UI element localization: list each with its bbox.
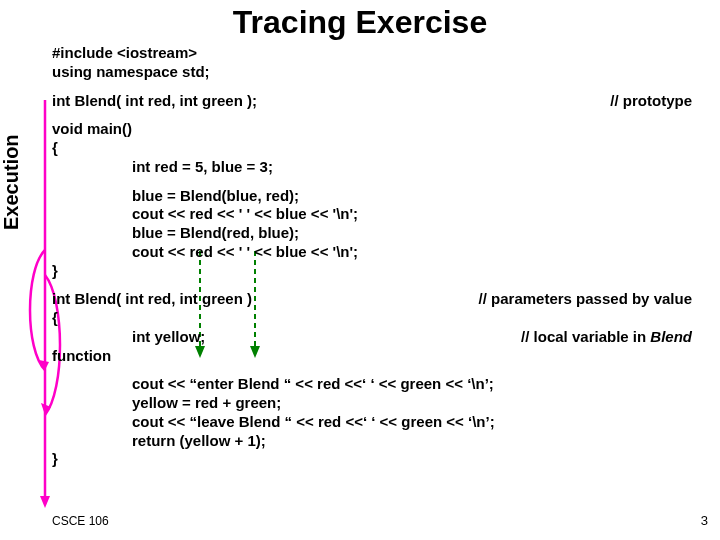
code-line: { bbox=[52, 139, 692, 158]
code-line: return (yellow + 1); bbox=[52, 432, 692, 451]
code-line: yellow = red + green; bbox=[52, 394, 692, 413]
execution-label: Execution bbox=[0, 134, 23, 230]
code-line: blue = Blend(blue, red); bbox=[52, 187, 692, 206]
code-line: { bbox=[52, 309, 692, 328]
code-block: #include <iostream> using namespace std;… bbox=[52, 44, 692, 469]
footer-course: CSCE 106 bbox=[52, 514, 109, 528]
code-line: int Blend( int red, int green ) // param… bbox=[52, 290, 692, 309]
code-line: #include <iostream> bbox=[52, 44, 692, 63]
code-line: } bbox=[52, 450, 692, 469]
code-comment: // prototype bbox=[610, 92, 692, 111]
code-line: int yellow; // local variable in Blend bbox=[52, 328, 692, 347]
code-line: } bbox=[52, 262, 692, 281]
svg-marker-3 bbox=[41, 403, 51, 415]
page-title: Tracing Exercise bbox=[0, 4, 720, 41]
code-line: cout << red << ' ' << blue << '\n'; bbox=[52, 205, 692, 224]
code-line: function bbox=[52, 347, 692, 366]
code-comment: // local variable in Blend bbox=[521, 328, 692, 347]
code-text: int Blend( int red, int green ); bbox=[52, 92, 257, 109]
code-line: blue = Blend(red, blue); bbox=[52, 224, 692, 243]
code-text: int Blend( int red, int green ) bbox=[52, 290, 252, 307]
svg-marker-2 bbox=[39, 360, 49, 370]
code-comment: // parameters passed by value bbox=[479, 290, 692, 309]
code-line: using namespace std; bbox=[52, 63, 692, 82]
code-line: cout << “enter Blend “ << red <<‘ ‘ << g… bbox=[52, 375, 692, 394]
svg-marker-1 bbox=[40, 496, 50, 508]
code-line: cout << “leave Blend “ << red <<‘ ‘ << g… bbox=[52, 413, 692, 432]
code-line: int red = 5, blue = 3; bbox=[52, 158, 692, 177]
code-line: int Blend( int red, int green ); // prot… bbox=[52, 92, 692, 111]
footer-page-number: 3 bbox=[701, 513, 708, 528]
code-line: void main() bbox=[52, 120, 692, 139]
code-line: cout << red << ' ' << blue << '\n'; bbox=[52, 243, 692, 262]
code-text: int yellow; bbox=[52, 328, 205, 347]
